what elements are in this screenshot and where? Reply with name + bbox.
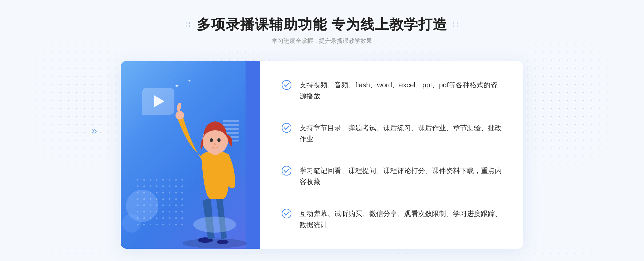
dot [137,217,138,219]
check-icon-1 [282,80,291,90]
svg-point-9 [282,80,291,90]
dot [150,217,151,219]
dot [156,179,158,181]
dot [150,179,151,181]
dot [156,217,158,219]
dot [156,211,158,212]
dot [137,179,138,181]
dot [137,198,138,200]
dot [150,192,151,193]
content-card: ✦ ✦ [121,61,523,249]
left-illustration: ✦ ✦ [121,61,260,249]
header-section: ⁞⁞ 多项录播课辅助功能 专为线上教学打造 ⁞⁞ 学习进度全掌握，提升录播课教学… [185,16,459,45]
feature-item-2: 支持章节目录、弹题考试、课后练习、课后作业、章节测验、批改作业 [282,112,502,155]
sparkle-icon-2: ✦ [188,79,191,83]
dot [156,185,158,187]
feature-item-3: 学习笔记回看、课程提问、课程评论打分、课件资料下载，重点内容收藏 [282,155,502,198]
dot [137,224,138,225]
dot [137,192,138,193]
dot [143,217,145,219]
subtitle: 学习进度全掌握，提升录播课教学效果 [272,37,372,45]
dot [156,224,158,225]
check-icon-3 [282,166,291,176]
main-title: 多项录播课辅助功能 专为线上教学打造 [197,16,447,33]
dot [143,179,145,181]
dot [143,192,145,193]
dot [137,204,138,206]
feature-text-1: 支持视频、音频、flash、word、excel、ppt、pdf等各种格式的资源… [299,80,502,102]
dot [150,198,151,200]
feature-text-2: 支持章节目录、弹题考试、课后练习、课后作业、章节测验、批改作业 [299,122,502,145]
feature-item-1: 支持视频、音频、flash、word、excel、ppt、pdf等各种格式的资源… [282,69,502,112]
dot [143,204,145,206]
dot [156,204,158,206]
dot [156,192,158,193]
dot [150,224,151,225]
check-icon-4 [282,209,291,218]
svg-point-0 [182,238,247,248]
page-wrapper: » ⁞⁞ 多项录播课辅助功能 专为线上教学打造 ⁞⁞ 学习进度全掌握，提升录播课… [0,0,644,261]
svg-point-7 [217,138,221,142]
dot [143,185,145,187]
feature-text-4: 互动弹幕、试听购买、微信分享、观看次数限制、学习进度跟踪、数据统计 [299,208,502,230]
dot [156,198,158,200]
svg-point-2 [217,240,229,244]
right-decoration: ⁞⁞ [453,20,459,29]
dot [150,185,151,187]
dot [150,211,151,212]
svg-point-10 [282,123,291,132]
feature-text-3: 学习笔记回看、课程提问、课程评论打分、课件资料下载，重点内容收藏 [299,165,502,188]
check-icon-2 [282,123,291,133]
dot [150,204,151,206]
right-features-panel: 支持视频、音频、flash、word、excel、ppt、pdf等各种格式的资源… [260,61,523,249]
sparkle-icon-1: ✦ [174,83,179,90]
left-chevron-decoration: » [91,125,97,137]
left-decoration: ⁞⁞ [185,20,191,29]
svg-point-3 [175,111,184,120]
svg-point-8 [193,217,236,233]
person-illustration [161,93,260,249]
svg-point-6 [210,138,213,142]
svg-point-12 [282,209,291,218]
feature-item-4: 互动弹幕、试听购买、微信分享、观看次数限制、学习进度跟踪、数据统计 [282,198,502,241]
dot [137,211,138,212]
dot [143,198,145,200]
svg-point-11 [282,166,291,175]
dot [143,224,145,225]
dot [137,185,138,187]
dot [143,211,145,212]
title-row: ⁞⁞ 多项录播课辅助功能 专为线上教学打造 ⁞⁞ [185,16,459,33]
